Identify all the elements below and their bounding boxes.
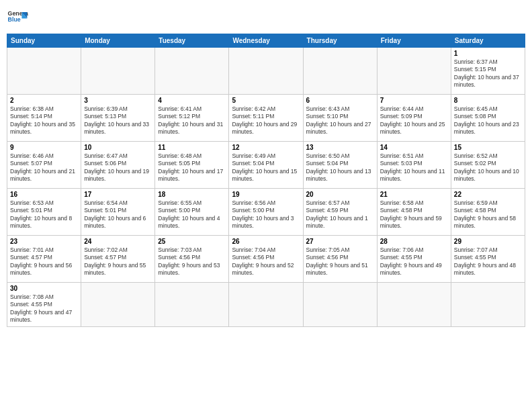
calendar-day-cell [303, 283, 377, 327]
calendar-week-row: 30Sunrise: 7:08 AM Sunset: 4:55 PM Dayli… [7, 283, 525, 327]
calendar-day-cell [155, 283, 229, 327]
weekday-header-row: Sunday Monday Tuesday Wednesday Thursday… [7, 34, 525, 48]
day-number: 10 [84, 144, 152, 151]
calendar-day-cell: 14Sunrise: 6:51 AM Sunset: 5:03 PM Dayli… [377, 142, 451, 189]
calendar-day-cell: 15Sunrise: 6:52 AM Sunset: 5:02 PM Dayli… [451, 142, 525, 189]
day-number: 3 [84, 97, 152, 104]
day-number: 21 [380, 191, 448, 198]
day-info: Sunrise: 6:46 AM Sunset: 5:07 PM Dayligh… [10, 152, 78, 183]
day-info: Sunrise: 6:57 AM Sunset: 4:59 PM Dayligh… [306, 199, 374, 230]
day-info: Sunrise: 7:02 AM Sunset: 4:57 PM Dayligh… [84, 246, 152, 277]
day-info: Sunrise: 7:01 AM Sunset: 4:57 PM Dayligh… [10, 246, 78, 277]
header: General Blue [7, 7, 525, 28]
header-saturday: Saturday [451, 34, 525, 48]
calendar-week-row: 1Sunrise: 6:37 AM Sunset: 5:15 PM Daylig… [7, 48, 525, 95]
calendar-day-cell: 16Sunrise: 6:53 AM Sunset: 5:01 PM Dayli… [7, 189, 81, 236]
day-number: 16 [10, 191, 78, 198]
calendar-day-cell: 20Sunrise: 6:57 AM Sunset: 4:59 PM Dayli… [303, 189, 377, 236]
calendar-day-cell: 27Sunrise: 7:05 AM Sunset: 4:56 PM Dayli… [303, 236, 377, 283]
calendar-day-cell: 19Sunrise: 6:56 AM Sunset: 5:00 PM Dayli… [229, 189, 303, 236]
day-number: 24 [84, 238, 152, 245]
day-number: 23 [10, 238, 78, 245]
day-info: Sunrise: 7:04 AM Sunset: 4:56 PM Dayligh… [232, 246, 300, 277]
header-friday: Friday [377, 34, 451, 48]
day-number: 27 [306, 238, 374, 245]
header-monday: Monday [81, 34, 155, 48]
day-number: 6 [306, 97, 374, 104]
header-sunday: Sunday [7, 34, 81, 48]
day-info: Sunrise: 7:08 AM Sunset: 4:55 PM Dayligh… [10, 293, 78, 324]
day-info: Sunrise: 6:42 AM Sunset: 5:11 PM Dayligh… [232, 105, 300, 136]
calendar-day-cell: 30Sunrise: 7:08 AM Sunset: 4:55 PM Dayli… [7, 283, 81, 327]
day-number: 17 [84, 191, 152, 198]
calendar-day-cell: 21Sunrise: 6:58 AM Sunset: 4:58 PM Dayli… [377, 189, 451, 236]
calendar-table: Sunday Monday Tuesday Wednesday Thursday… [7, 34, 525, 327]
day-number: 9 [10, 144, 78, 151]
calendar-day-cell: 6Sunrise: 6:43 AM Sunset: 5:10 PM Daylig… [303, 95, 377, 142]
day-info: Sunrise: 6:44 AM Sunset: 5:09 PM Dayligh… [380, 105, 448, 136]
calendar-day-cell: 22Sunrise: 6:59 AM Sunset: 4:58 PM Dayli… [451, 189, 525, 236]
day-info: Sunrise: 6:37 AM Sunset: 5:15 PM Dayligh… [454, 58, 522, 89]
calendar-week-row: 2Sunrise: 6:38 AM Sunset: 5:14 PM Daylig… [7, 95, 525, 142]
calendar-day-cell [155, 48, 229, 95]
day-number: 11 [158, 144, 226, 151]
day-number: 8 [454, 97, 522, 104]
calendar-day-cell [377, 283, 451, 327]
day-number: 30 [10, 285, 78, 292]
day-info: Sunrise: 7:05 AM Sunset: 4:56 PM Dayligh… [306, 246, 374, 277]
day-info: Sunrise: 6:43 AM Sunset: 5:10 PM Dayligh… [306, 105, 374, 136]
calendar-day-cell [303, 48, 377, 95]
calendar-day-cell: 1Sunrise: 6:37 AM Sunset: 5:15 PM Daylig… [451, 48, 525, 95]
calendar-day-cell: 3Sunrise: 6:39 AM Sunset: 5:13 PM Daylig… [81, 95, 155, 142]
calendar-day-cell: 8Sunrise: 6:45 AM Sunset: 5:08 PM Daylig… [451, 95, 525, 142]
day-info: Sunrise: 6:56 AM Sunset: 5:00 PM Dayligh… [232, 199, 300, 230]
calendar-day-cell [229, 283, 303, 327]
calendar-day-cell: 12Sunrise: 6:49 AM Sunset: 5:04 PM Dayli… [229, 142, 303, 189]
day-number: 19 [232, 191, 300, 198]
svg-text:Blue: Blue [8, 16, 21, 23]
logo: General Blue [7, 7, 28, 28]
day-info: Sunrise: 6:58 AM Sunset: 4:58 PM Dayligh… [380, 199, 448, 230]
day-number: 20 [306, 191, 374, 198]
day-number: 5 [232, 97, 300, 104]
day-info: Sunrise: 6:48 AM Sunset: 5:05 PM Dayligh… [158, 152, 226, 183]
day-number: 13 [306, 144, 374, 151]
day-info: Sunrise: 6:47 AM Sunset: 5:06 PM Dayligh… [84, 152, 152, 183]
calendar-day-cell: 17Sunrise: 6:54 AM Sunset: 5:01 PM Dayli… [81, 189, 155, 236]
header-wednesday: Wednesday [229, 34, 303, 48]
calendar-week-row: 16Sunrise: 6:53 AM Sunset: 5:01 PM Dayli… [7, 189, 525, 236]
calendar-day-cell [7, 48, 81, 95]
day-number: 15 [454, 144, 522, 151]
logo-icon: General Blue [7, 7, 28, 28]
calendar-day-cell: 29Sunrise: 7:07 AM Sunset: 4:55 PM Dayli… [451, 236, 525, 283]
day-info: Sunrise: 6:50 AM Sunset: 5:04 PM Dayligh… [306, 152, 374, 183]
calendar-day-cell: 10Sunrise: 6:47 AM Sunset: 5:06 PM Dayli… [81, 142, 155, 189]
calendar-day-cell [377, 48, 451, 95]
calendar-day-cell: 11Sunrise: 6:48 AM Sunset: 5:05 PM Dayli… [155, 142, 229, 189]
calendar-day-cell: 28Sunrise: 7:06 AM Sunset: 4:55 PM Dayli… [377, 236, 451, 283]
day-number: 2 [10, 97, 78, 104]
calendar-day-cell [81, 48, 155, 95]
calendar-week-row: 9Sunrise: 6:46 AM Sunset: 5:07 PM Daylig… [7, 142, 525, 189]
day-number: 18 [158, 191, 226, 198]
day-info: Sunrise: 6:38 AM Sunset: 5:14 PM Dayligh… [10, 105, 78, 136]
calendar-day-cell: 25Sunrise: 7:03 AM Sunset: 4:56 PM Dayli… [155, 236, 229, 283]
day-number: 22 [454, 191, 522, 198]
day-number: 4 [158, 97, 226, 104]
calendar-day-cell: 26Sunrise: 7:04 AM Sunset: 4:56 PM Dayli… [229, 236, 303, 283]
day-number: 1 [454, 50, 522, 57]
calendar-day-cell: 4Sunrise: 6:41 AM Sunset: 5:12 PM Daylig… [155, 95, 229, 142]
day-number: 25 [158, 238, 226, 245]
day-info: Sunrise: 7:03 AM Sunset: 4:56 PM Dayligh… [158, 246, 226, 277]
day-number: 28 [380, 238, 448, 245]
day-info: Sunrise: 6:41 AM Sunset: 5:12 PM Dayligh… [158, 105, 226, 136]
day-number: 12 [232, 144, 300, 151]
day-info: Sunrise: 6:52 AM Sunset: 5:02 PM Dayligh… [454, 152, 522, 183]
calendar-day-cell: 18Sunrise: 6:55 AM Sunset: 5:00 PM Dayli… [155, 189, 229, 236]
day-info: Sunrise: 6:39 AM Sunset: 5:13 PM Dayligh… [84, 105, 152, 136]
day-info: Sunrise: 6:54 AM Sunset: 5:01 PM Dayligh… [84, 199, 152, 230]
day-info: Sunrise: 6:55 AM Sunset: 5:00 PM Dayligh… [158, 199, 226, 230]
calendar-day-cell: 2Sunrise: 6:38 AM Sunset: 5:14 PM Daylig… [7, 95, 81, 142]
day-info: Sunrise: 6:51 AM Sunset: 5:03 PM Dayligh… [380, 152, 448, 183]
calendar-day-cell [229, 48, 303, 95]
